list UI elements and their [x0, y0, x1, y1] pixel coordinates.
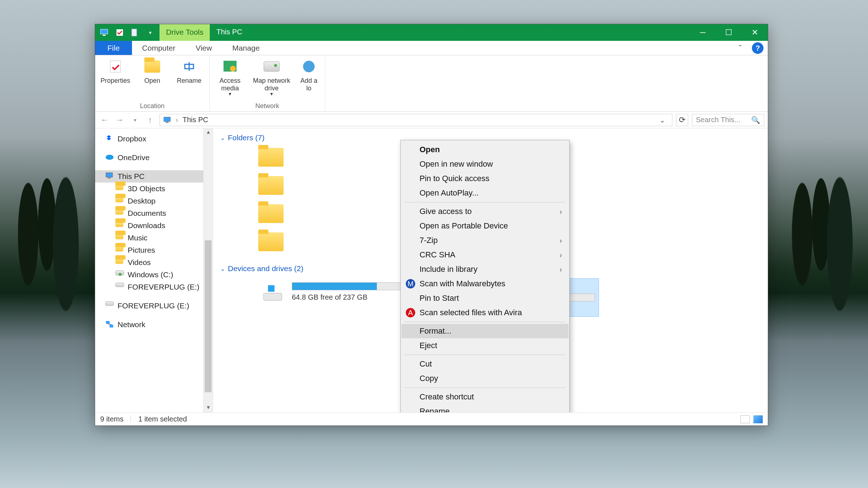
help-button[interactable]: ?: [752, 42, 763, 54]
ribbon-properties-label: Properties: [101, 77, 130, 85]
view-icons-button[interactable]: [753, 415, 763, 423]
svg-rect-18: [264, 293, 282, 300]
svg-rect-3: [132, 29, 137, 36]
content-pane: ⌄Folders (7) Desktop Downloads Pictures …: [213, 128, 768, 412]
ribbon-map-drive-button[interactable]: Map network drive▼: [252, 57, 292, 97]
nav-music[interactable]: Music: [95, 232, 203, 244]
nav-back-button[interactable]: ←: [99, 114, 110, 126]
ctx-open-autoplay[interactable]: Open AutoPlay...: [401, 186, 569, 200]
breadcrumb-chevron-icon[interactable]: ›: [176, 116, 178, 124]
svg-rect-15: [106, 321, 110, 324]
nav-documents[interactable]: Documents: [95, 207, 203, 219]
refresh-button[interactable]: ⟳: [676, 114, 688, 126]
folder-item[interactable]: [256, 174, 423, 197]
scroll-thumb[interactable]: [205, 240, 212, 392]
ctx-crc-sha[interactable]: CRC SHA›: [401, 248, 569, 262]
nav-downloads[interactable]: Downloads: [95, 219, 203, 232]
ribbon-access-media-button[interactable]: Access media▼: [215, 57, 245, 97]
folder-icon: [115, 209, 124, 218]
ctx-include-in-library[interactable]: Include in library›: [401, 262, 569, 277]
nav-foreverplug-e[interactable]: FOREVERPLUG (E:): [95, 281, 203, 293]
qat-dropdown-icon[interactable]: ▾: [146, 28, 154, 37]
svg-rect-16: [110, 325, 113, 328]
ctx-open-portable-device[interactable]: Open as Portable Device: [401, 219, 569, 233]
qat-new-folder-icon[interactable]: [131, 28, 139, 37]
ctx-pin-quick-access[interactable]: Pin to Quick access: [401, 171, 569, 186]
ctx-open-new-window[interactable]: Open in new window: [401, 157, 569, 171]
tab-manage[interactable]: Manage: [222, 41, 270, 55]
folder-item[interactable]: [256, 230, 423, 253]
scroll-down-icon[interactable]: ▾: [204, 404, 213, 412]
nav-windows-c[interactable]: Windows (C:): [95, 269, 203, 281]
folder-icon: [115, 197, 124, 205]
context-menu: Open Open in new window Pin to Quick acc…: [400, 140, 570, 412]
ctx-scan-avira[interactable]: AScan selected files with Avira: [401, 305, 569, 320]
svg-rect-19: [268, 285, 275, 292]
tab-file[interactable]: File: [95, 41, 132, 55]
view-details-button[interactable]: [740, 415, 750, 423]
folder-item[interactable]: [256, 146, 423, 169]
qat-properties-icon[interactable]: [115, 28, 124, 37]
dropbox-icon: [105, 134, 114, 143]
status-item-count: 9 items: [100, 415, 123, 423]
ctx-create-shortcut[interactable]: Create shortcut: [401, 390, 569, 404]
tab-computer[interactable]: Computer: [132, 41, 186, 55]
nav-dropbox[interactable]: Dropbox: [95, 133, 203, 145]
ctx-open[interactable]: Open: [401, 142, 569, 157]
folder-icon: [256, 202, 285, 225]
folder-icon: [115, 184, 124, 193]
ribbon-add-location-button[interactable]: Add alo: [298, 57, 320, 97]
nav-up-button[interactable]: ↑: [144, 114, 156, 126]
status-bar: 9 items 1 item selected: [95, 412, 768, 425]
chevron-right-icon: ›: [559, 207, 562, 216]
nav-pictures[interactable]: Pictures: [95, 244, 203, 256]
ctx-cut[interactable]: Cut: [401, 357, 569, 371]
nav-foreverplug-e-root[interactable]: FOREVERPLUG (E:): [95, 300, 203, 312]
network-icon: [105, 320, 114, 329]
drive-windows-c[interactable]: 64.8 GB free of 237 GB: [256, 279, 412, 316]
nav-3d-objects[interactable]: 3D Objects: [95, 183, 203, 195]
address-bar[interactable]: › This PC ⌄: [159, 114, 672, 126]
ribbon-add-location-label: Add alo: [300, 77, 317, 92]
ribbon-properties-button[interactable]: Properties: [100, 57, 131, 85]
svg-rect-14: [108, 177, 111, 179]
ctx-scan-malwarebytes[interactable]: MScan with Malwarebytes: [401, 277, 569, 291]
tab-view[interactable]: View: [186, 41, 222, 55]
ribbon-open-button[interactable]: Open: [137, 57, 167, 85]
nav-recent-dropdown[interactable]: ▾: [129, 114, 141, 126]
properties-icon: [106, 57, 124, 76]
nav-desktop[interactable]: Desktop: [95, 195, 203, 207]
ribbon-group-network: Network: [215, 102, 320, 111]
qat-pc-icon[interactable]: [100, 28, 109, 37]
ctx-pin-to-start[interactable]: Pin to Start: [401, 291, 569, 305]
nav-videos[interactable]: Videos: [95, 256, 203, 269]
search-box[interactable]: Search This... 🔍: [692, 114, 764, 126]
media-icon: [221, 57, 239, 76]
malwarebytes-icon: M: [406, 279, 415, 288]
nav-forward-button[interactable]: →: [114, 114, 125, 126]
close-button[interactable]: ✕: [742, 24, 768, 41]
ctx-format[interactable]: Format...: [401, 324, 569, 338]
maximize-button[interactable]: ☐: [716, 24, 742, 41]
scroll-up-icon[interactable]: ▴: [204, 128, 213, 137]
nav-this-pc[interactable]: This PC: [95, 170, 203, 183]
address-dropdown-button[interactable]: ⌄: [656, 116, 668, 124]
svg-point-9: [303, 61, 315, 72]
nav-onedrive[interactable]: OneDrive: [95, 151, 203, 164]
ctx-7zip[interactable]: 7-Zip›: [401, 233, 569, 248]
ribbon-collapse-button[interactable]: ⌃: [733, 41, 748, 55]
folder-item[interactable]: [256, 202, 423, 225]
ctx-copy[interactable]: Copy: [401, 371, 569, 386]
ctx-give-access-to[interactable]: Give access to›: [401, 204, 569, 219]
folder-icon: [256, 174, 285, 197]
nav-scrollbar[interactable]: ▴ ▾: [204, 128, 213, 412]
folder-icon: [115, 221, 124, 230]
ctx-rename[interactable]: Rename: [401, 404, 569, 412]
ribbon-rename-button[interactable]: Rename: [174, 57, 204, 85]
minimize-button[interactable]: ─: [690, 24, 716, 41]
contextual-tab-drive-tools[interactable]: Drive Tools: [159, 24, 210, 41]
chevron-down-icon: ⌄: [220, 265, 225, 272]
nav-network[interactable]: Network: [95, 318, 203, 331]
ctx-eject[interactable]: Eject: [401, 338, 569, 353]
breadcrumb-this-pc[interactable]: This PC: [183, 116, 208, 124]
